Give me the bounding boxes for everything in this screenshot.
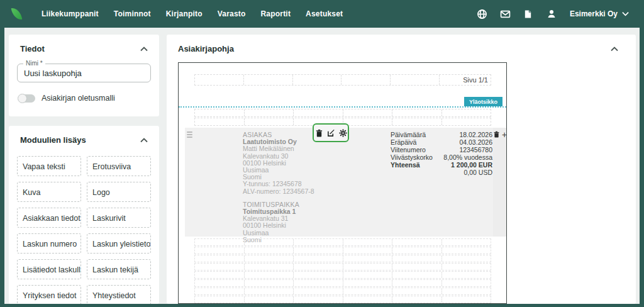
toggle-knob	[18, 94, 27, 103]
plus-icon[interactable]: +	[502, 131, 507, 138]
module-add-button[interactable]: Laskun tekijä	[87, 259, 151, 279]
module-add-button[interactable]: Laskurivit	[87, 208, 151, 228]
customer-lines: Matti MeikäläinenKalevankatu 3000100 Hel…	[243, 145, 314, 194]
nav-menu-item[interactable]: Asetukset	[298, 4, 350, 23]
invoice-info-label: Yhteensä	[391, 161, 420, 169]
invoice-info-value: 123456780	[459, 146, 492, 154]
module-add-button[interactable]: Yhteystiedot	[87, 285, 151, 304]
nav-menu-item[interactable]: Raportit	[253, 4, 299, 23]
invoice-info-label: Päivämäärä	[391, 131, 426, 138]
invoice-info-value: 8,00% vuodessa	[443, 154, 492, 161]
invoice-info-value: 1 200,00 EUR	[451, 161, 492, 169]
chevron-up-icon[interactable]	[140, 47, 148, 52]
address-line: ALV-numero: 1234567-8	[243, 188, 314, 195]
address-line: 00100 Helsinki	[243, 222, 314, 229]
module-add-button[interactable]: Erotusviiva	[87, 156, 151, 176]
invoice-info-label: Viivästyskorko	[391, 154, 433, 161]
nav-menu-item[interactable]: Varasto	[210, 4, 253, 23]
user-icon[interactable]	[547, 9, 557, 20]
customer-info-module[interactable]: ASIAKAS Laatutoimisto Oy Matti Meikäläin…	[185, 128, 493, 237]
invoice-info-row: Viivästyskorko 8,00% vuodessa	[391, 154, 492, 161]
module-add-button[interactable]: Kuva	[17, 182, 81, 202]
page-indicator: Sivu 1/1	[440, 75, 491, 85]
module-add-button[interactable]: Logo	[87, 182, 151, 202]
invoice-info-label: Eräpäivä	[391, 138, 416, 146]
trash-icon[interactable]	[315, 129, 323, 137]
content-area: Tiedot Nimi * Uusi laskupohja Asiakirjan…	[4, 28, 640, 304]
document-icon[interactable]	[523, 9, 534, 20]
mail-icon[interactable]	[500, 9, 511, 20]
globe-icon[interactable]	[477, 9, 487, 20]
address-line: Matti Meikäläinen	[243, 145, 314, 152]
module-add-button[interactable]: Lisätiedot laskulla	[17, 259, 81, 279]
panel-title: Moduulien lisäys	[20, 135, 86, 145]
app-logo-leaf-icon[interactable]	[11, 7, 23, 21]
panel-modules-header: Moduulien lisäys	[9, 126, 159, 151]
placeholder-strip	[194, 109, 491, 117]
name-field-value: Uusi laskupohja	[18, 64, 150, 82]
module-add-button[interactable]: Asiakkaan tiedot	[17, 208, 81, 228]
nav-menu-item[interactable]: Kirjanpito	[158, 4, 210, 23]
invoice-info-row: Eräpäivä 04.03.2026	[391, 138, 492, 146]
nav-menu-item[interactable]: Liikekumppanit	[34, 4, 106, 23]
panel-modules: Moduulien lisäys Vapaa teksti Erotusviiv…	[9, 126, 159, 304]
invoice-info-label: Viitenumero	[391, 146, 426, 154]
invoice-info-block: Päivämäärä 18.02.2026 Eräpäivä 04.03.202…	[391, 131, 492, 176]
module-add-button[interactable]: Laskun numero	[17, 233, 81, 254]
trash-icon[interactable]	[493, 131, 500, 138]
default-template-toggle[interactable]: Asiakirjan oletusmalli	[18, 94, 151, 103]
chevron-down-icon	[622, 11, 629, 16]
invoice-info-row: Viitenumero 123456780	[391, 146, 492, 154]
header-section-divider	[179, 106, 506, 108]
nav-menu-item[interactable]: Toiminnot	[106, 4, 158, 23]
panel-tiedot: Tiedot Nimi * Uusi laskupohja Asiakirjan…	[9, 35, 159, 116]
chevron-up-icon[interactable]	[140, 138, 148, 143]
main-menu: Liikekumppanit Toiminnot Kirjanpito Vara…	[34, 4, 350, 23]
panel-document-template: Asiakirjapohja Sivu 1/1 Yläotsikko	[167, 35, 636, 304]
invoice-info-value: 04.03.2026	[459, 138, 492, 146]
module-add-button[interactable]: Yrityksen tiedot	[17, 285, 81, 304]
invoice-info-value: 0,00 USD	[464, 169, 492, 176]
company-switcher[interactable]: Esimerkki Oy	[570, 9, 629, 18]
header-section-tag: Yläotsikko	[464, 97, 502, 106]
panel-main-header: Asiakirjapohja	[167, 35, 636, 60]
company-name: Esimerkki Oy	[570, 9, 618, 18]
invoice-info-row: 0,00 USD	[391, 169, 492, 176]
document-preview-page: Sivu 1/1 Yläotsikko ASIAKAS Laatutoimist…	[178, 62, 507, 304]
edit-icon[interactable]	[327, 129, 335, 137]
toggle-label: Asiakirjan oletusmalli	[42, 94, 115, 103]
name-field[interactable]: Nimi * Uusi laskupohja	[17, 64, 151, 82]
panel-title: Tiedot	[20, 44, 45, 53]
panel-tiedot-header: Tiedot	[9, 35, 159, 60]
body-placeholder-grid	[194, 238, 491, 304]
customer-address-block: ASIAKAS Laatutoimisto Oy Matti Meikäläin…	[243, 131, 314, 243]
invoice-info-row: Yhteensä 1 200,00 EUR	[391, 161, 492, 169]
top-navbar: Liikekumppanit Toiminnot Kirjanpito Vara…	[0, 0, 644, 28]
address-line: Y-tunnus: 12345678	[243, 181, 314, 187]
name-field-label: Nimi *	[23, 60, 45, 67]
chevron-up-icon[interactable]	[611, 47, 618, 52]
gear-icon[interactable]	[339, 129, 347, 137]
module-add-button[interactable]: Vapaa teksti	[17, 156, 81, 176]
drag-handle-icon[interactable]	[187, 131, 192, 138]
module-buttons-grid: Vapaa teksti Erotusviiva Kuva Logo Asiak…	[17, 156, 151, 304]
header-placeholder-strip: Sivu 1/1	[194, 74, 491, 86]
page-title: Asiakirjapohja	[178, 44, 234, 53]
toggle-track	[18, 94, 35, 103]
module-toolbar	[313, 123, 349, 142]
invoice-info-value: 18.02.2026	[459, 131, 492, 138]
invoice-info-row: Päivämäärä 18.02.2026	[391, 131, 492, 138]
module-right-rail: +	[493, 128, 507, 237]
navbar-right: Esimerkki Oy	[477, 9, 629, 20]
module-add-button[interactable]: Laskun yleistieto	[87, 233, 151, 254]
